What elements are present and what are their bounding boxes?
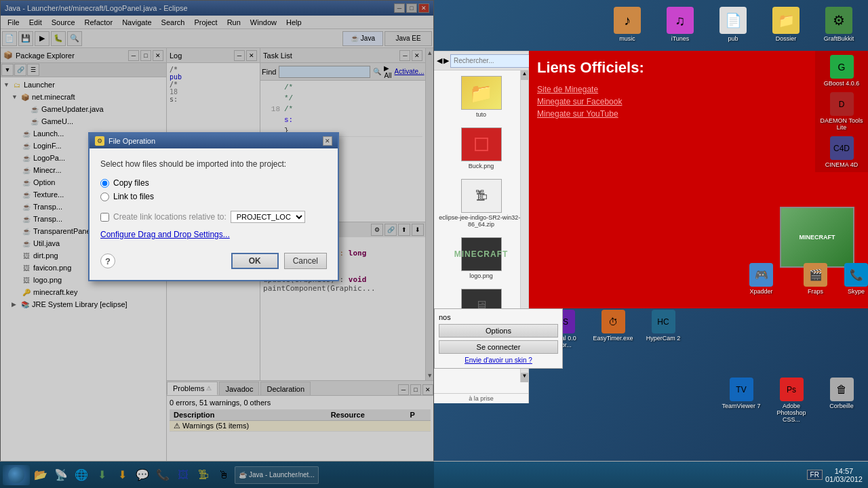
checkbox-row: Create link locations relative to: PROJE… (100, 211, 327, 223)
fb-item-buckpng[interactable]: Buck.png (437, 125, 526, 172)
taskbar-tray: FR 14:57 01/03/2012 (807, 467, 865, 483)
desktop-icon-easytimer[interactable]: ⏱ EasyTimer.exe (589, 308, 637, 350)
file-op-dialog: ⚙ File Operation ✕ Select how files shou… (88, 132, 339, 281)
dialog-buttons: OK Cancel (231, 253, 327, 269)
radio-link-files[interactable]: Link to files (100, 192, 327, 201)
ok-button[interactable]: OK (231, 253, 279, 269)
login-popup: nos Options Se connecter Envie d'avoir u… (434, 308, 563, 369)
dialog-footer: ? OK Cancel (100, 250, 327, 269)
login-buttons: Options Se connecter Envie d'avoir un sk… (439, 324, 558, 364)
configure-link[interactable]: Configure Drag and Drop Settings... (100, 230, 327, 239)
desktop-icon-pub[interactable]: 📄 pub (709, 5, 757, 43)
help-button[interactable]: ? (100, 253, 115, 268)
desktop-icon-teamviewer[interactable]: TV TeamViewer 7 (717, 376, 765, 424)
desktop-icon-daemon[interactable]: D DAEMON Tools Lite (818, 91, 865, 132)
fb-caption: à la prise (434, 393, 528, 403)
right-top-icons: G GBoost 4.0.6 D DAEMON Tools Lite C4D C… (815, 51, 868, 172)
login-popup-text: nos (439, 313, 451, 321)
lang-indicator: FR (807, 470, 823, 480)
link-facebook[interactable]: Minegate sur Facebook (537, 97, 860, 106)
fb-back-icon[interactable]: ◀ (437, 56, 442, 65)
desktop-top-icons: ♪ music ♫ iTunes 📄 pub 📁 Dossier ⚙ Graft… (434, 0, 868, 51)
desktop-icon-xpadder[interactable]: 🎮 Xpadder (749, 263, 773, 295)
radio-copy-input[interactable] (100, 179, 109, 188)
fb-item-eclipse-zip[interactable]: 🗜 eclipse-jee-indigo-SR2-win32-x86_64.zi… (437, 176, 526, 230)
dialog-close-button[interactable]: ✕ (323, 136, 332, 146)
connect-button[interactable]: Se connecter (439, 340, 558, 354)
fb-item-logopng[interactable]: MINECRAFT logo.png (437, 235, 526, 282)
dialog-description: Select how files should be imported into… (100, 159, 327, 169)
create-link-checkbox[interactable] (100, 213, 109, 222)
project-loc-dropdown[interactable]: PROJECT_LOC WORKSPACE_LOC (231, 211, 305, 223)
clock-time: 14:57 (825, 467, 863, 475)
options-button[interactable]: Options (439, 324, 558, 338)
desktop-area: ♪ music ♫ iTunes 📄 pub 📁 Dossier ⚙ Graft… (434, 0, 868, 461)
skin-link[interactable]: Envie d'avoir un skin ? (439, 357, 558, 364)
bottom-right-icons: TV TeamViewer 7 Ps Adobe Photoshop CSS..… (715, 373, 868, 427)
fb-scroll-down[interactable]: ▼ (521, 373, 528, 382)
desktop-icon-fraps[interactable]: 🎬 Fraps (804, 263, 827, 295)
desktop-icon-cinema4d[interactable]: C4D CINEMA 4D (818, 135, 865, 169)
desktop-icon-dossier[interactable]: 📁 Dossier (762, 5, 810, 43)
cancel-button[interactable]: Cancel (284, 253, 327, 269)
fb-header: ◀ ▶ 🔍 (434, 52, 528, 70)
fb-scroll-up[interactable]: ▲ (521, 70, 528, 80)
radio-group: Copy files Link to files (100, 178, 327, 201)
radio-copy-files[interactable]: Copy files (100, 178, 327, 188)
fb-fwd-icon[interactable]: ▶ (443, 56, 449, 65)
clock-date: 01/03/2012 (825, 475, 863, 483)
desktop-icon-hypercam[interactable]: HC HyperCam 2 (639, 308, 687, 350)
fb-item-tuto[interactable]: 📁 tuto (437, 73, 526, 121)
link-youtube[interactable]: Minegate sur YouTube (537, 109, 860, 119)
minecraft-thumbnail: MINECRAFT (780, 207, 854, 268)
dialog-body: Select how files should be imported into… (90, 148, 338, 280)
desktop-icon-music[interactable]: ♪ music (604, 5, 651, 43)
radio-copy-label: Copy files (113, 178, 149, 188)
desktop-icon-corbeille[interactable]: 🗑 Corbeille (818, 376, 865, 424)
desktop-icon-adobe[interactable]: Ps Adobe Photoshop CSS... (768, 376, 815, 424)
radio-link-label: Link to files (113, 192, 154, 201)
info-title: Liens Officiels: (537, 59, 860, 77)
desktop-icon-skype[interactable]: 📞 Skype (844, 263, 868, 295)
dialog-titlebar: ⚙ File Operation ✕ (90, 134, 338, 148)
dialog-icon: ⚙ (95, 136, 104, 146)
checkbox-label: Create link locations relative to: (113, 212, 226, 222)
desktop-icon-gboost[interactable]: G GBoost 4.0.6 (818, 54, 865, 88)
link-site-minegate[interactable]: Site de Minegate (537, 85, 860, 94)
desktop-icon-itunes[interactable]: ♫ iTunes (656, 5, 704, 43)
dialog-title: File Operation (108, 137, 155, 145)
radio-link-input[interactable] (100, 192, 109, 201)
taskbar-clock: 14:57 01/03/2012 (825, 467, 863, 483)
info-links-list: Site de Minegate Minegate sur Facebook M… (537, 85, 860, 119)
desktop-icon-graftbukkit[interactable]: ⚙ GraftBukkit (815, 5, 863, 43)
